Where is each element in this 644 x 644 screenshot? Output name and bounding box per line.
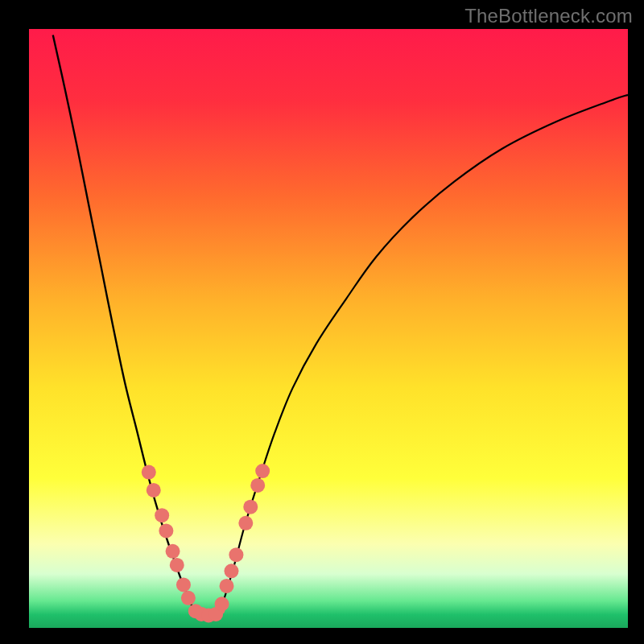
data-marker	[181, 591, 196, 605]
data-marker	[229, 547, 243, 562]
data-marker	[215, 597, 229, 611]
watermark-label: TheBottleneck.com	[464, 5, 633, 27]
data-marker	[250, 478, 265, 493]
bottleneck-chart	[0, 0, 644, 644]
plot-background	[29, 29, 628, 628]
chart-stage: TheBottleneck.com	[0, 0, 644, 644]
data-marker	[159, 523, 173, 538]
data-marker	[176, 577, 191, 592]
data-marker	[142, 465, 156, 480]
data-marker	[155, 508, 169, 522]
data-marker	[243, 500, 258, 514]
data-marker	[166, 544, 180, 559]
data-marker	[255, 464, 270, 478]
data-marker	[147, 483, 161, 497]
data-marker	[238, 516, 253, 530]
data-marker	[224, 564, 238, 578]
data-marker	[170, 558, 184, 572]
data-marker	[220, 579, 234, 593]
